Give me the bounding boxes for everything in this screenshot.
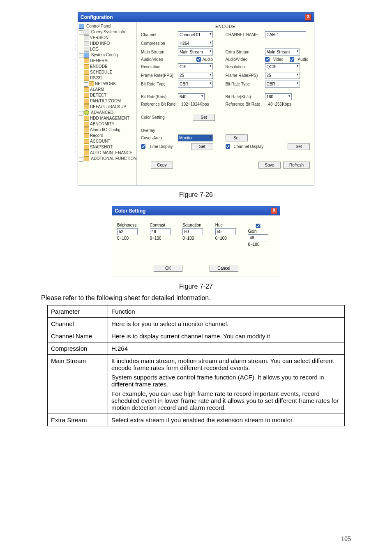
folder-icon — [84, 76, 89, 81]
fps-select-r[interactable] — [265, 72, 300, 79]
video-cb-label: Video — [273, 57, 284, 62]
time-set-button[interactable]: Set — [191, 143, 213, 150]
audio-checkbox-right[interactable] — [290, 57, 294, 62]
channel-select[interactable] — [178, 31, 213, 38]
gain-input[interactable] — [248, 234, 268, 241]
resolution-select-r[interactable] — [265, 63, 300, 70]
tree-automaint[interactable]: AUTO MAINTENANCE — [90, 150, 132, 155]
main-stream-select[interactable] — [178, 49, 213, 56]
close-icon[interactable]: X — [305, 14, 311, 21]
folder-icon — [84, 150, 89, 155]
tree-alarmio[interactable]: Alarm I/O Config — [90, 127, 120, 132]
tree-general[interactable]: GENERAL — [90, 58, 110, 63]
expander-icon[interactable]: + — [84, 82, 88, 87]
folder-icon — [84, 93, 89, 98]
control-panel-icon — [79, 24, 84, 29]
hue-input[interactable] — [215, 228, 236, 235]
bitrate-select-r[interactable] — [265, 93, 292, 100]
tree-record[interactable]: Record — [90, 133, 103, 138]
ok-button[interactable]: OK — [154, 265, 182, 272]
brt-select-l[interactable] — [178, 81, 213, 88]
system-icon — [84, 53, 89, 58]
brightness-input[interactable] — [117, 228, 138, 235]
video-checkbox-right[interactable] — [265, 57, 270, 62]
expander-icon[interactable]: - — [79, 53, 83, 58]
table-row: Channel Name Here is to display current … — [48, 330, 345, 342]
expander-icon[interactable]: - — [79, 30, 83, 35]
folder-icon — [84, 70, 89, 75]
table-cell-param: Compression — [48, 342, 108, 355]
label-colorsetting: Color Setting — [141, 115, 175, 120]
coverarea-select[interactable]: Monitor — [178, 134, 213, 141]
bitrate-select-l[interactable] — [178, 93, 205, 100]
saturation-input[interactable] — [182, 228, 203, 235]
window-title: Color Setting — [115, 208, 145, 214]
table-cell-func: H.264 — [108, 342, 345, 355]
tree-snapshot[interactable]: SNAPSHOT — [90, 145, 113, 149]
extra-stream-select[interactable] — [265, 49, 300, 56]
label-resolution-r: Resolution — [226, 65, 263, 69]
tree-query[interactable]: Query System Info — [91, 30, 125, 34]
tree-addfunc[interactable]: ADDTIONAL FUNCTION — [91, 156, 136, 161]
channel-name-input[interactable] — [265, 31, 306, 38]
expander-icon[interactable]: - — [79, 111, 83, 116]
tree-version[interactable]: VERSION — [90, 35, 108, 40]
color-set-button[interactable]: Set — [193, 114, 215, 121]
folder-icon — [84, 156, 89, 161]
tree-ptz[interactable]: PAN/TILT/ZOOM — [90, 99, 121, 103]
tree-sysconfig[interactable]: System Config — [91, 53, 118, 57]
tree-hddinfo[interactable]: HDD INFO — [90, 41, 110, 46]
tree-hddm[interactable]: HDD MANAGEMENT — [90, 116, 129, 120]
contrast-input[interactable] — [150, 228, 171, 235]
tree-alarm[interactable]: ALARM — [90, 87, 104, 92]
tree-backup[interactable]: DEFAULT/BACKUP — [90, 104, 126, 109]
close-icon[interactable]: X — [271, 208, 277, 214]
expander-icon[interactable]: + — [79, 157, 83, 162]
range-text: 0~100 — [248, 242, 275, 247]
tree-schedule[interactable]: SCHEDULE — [90, 70, 112, 74]
tree-advanced[interactable]: ADVANCED — [91, 110, 113, 115]
fps-select-l[interactable] — [178, 72, 213, 79]
tree-detect[interactable]: DETECT — [90, 93, 106, 97]
range-text: 0~100 — [215, 236, 242, 240]
time-display-checkbox[interactable] — [141, 144, 145, 149]
folder-icon — [84, 133, 89, 138]
compression-select[interactable] — [178, 40, 213, 47]
label-compression: Compression — [141, 41, 175, 46]
tree-abnorm[interactable]: ABNORMITY — [90, 122, 114, 126]
label-br-l: Bit Rate(Kb/s) — [141, 95, 175, 99]
file-icon — [84, 35, 89, 40]
tree-log[interactable]: LOG — [90, 47, 99, 51]
folder-icon — [84, 30, 89, 35]
table-cell-func: Select extra stream if you enabled the e… — [108, 414, 345, 426]
tree-account[interactable]: ACCOUNT — [90, 139, 110, 143]
gain-checkbox[interactable] — [248, 224, 268, 228]
folder-icon — [84, 127, 89, 132]
save-button[interactable]: Save — [258, 162, 281, 169]
audio-cb-label: Audio — [202, 57, 213, 62]
channel-display-checkbox[interactable] — [226, 144, 230, 149]
folder-icon — [84, 122, 89, 127]
label-channel-name: CHANNEL NAME — [226, 32, 263, 37]
brt-select-r[interactable] — [265, 81, 300, 88]
copy-button[interactable]: Copy — [151, 162, 173, 169]
label-channeldisplay: Channel Display — [234, 144, 264, 149]
cancel-button[interactable]: Cancel — [210, 265, 238, 272]
label-av-left: Audio/Video — [141, 57, 175, 62]
coverarea-set-button[interactable]: Set — [226, 134, 248, 141]
audio-checkbox-left[interactable] — [196, 57, 201, 62]
folder-icon — [84, 58, 89, 63]
tree-rs232[interactable]: RS232 — [90, 76, 103, 80]
channel-set-button[interactable]: Set — [288, 143, 310, 150]
color-setting-titlebar: Color Setting X — [112, 206, 280, 215]
tree-control-panel[interactable]: Control Panel — [86, 23, 111, 29]
tree-network[interactable]: NETWORK — [95, 81, 116, 86]
file-icon — [84, 41, 89, 46]
tree-encode[interactable]: ENCODE — [90, 64, 108, 69]
folder-icon — [84, 104, 89, 109]
label-br-r: Bit Rate(Kb/s) — [226, 95, 263, 99]
refresh-button[interactable]: Refresh — [283, 162, 310, 169]
resolution-select-l[interactable] — [178, 63, 213, 70]
label-ref-l: Reference Bit Rate — [141, 102, 179, 106]
window-title: Configuration — [81, 14, 113, 20]
